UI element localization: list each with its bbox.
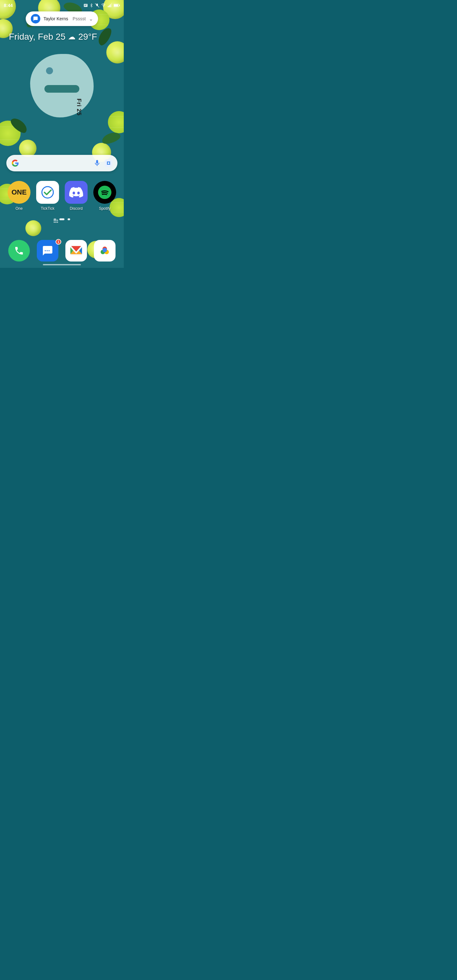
app-label-one: One xyxy=(16,206,23,211)
apps-list-icon xyxy=(54,220,58,223)
calendar-date-rotated: Fri 25 xyxy=(75,99,82,116)
decorative-lemon xyxy=(19,140,37,157)
dock-item-photos[interactable] xyxy=(92,240,118,261)
page-indicators xyxy=(54,218,70,220)
date-text: Friday, Feb 25 xyxy=(9,32,65,42)
time-display: 8:44 xyxy=(4,3,13,8)
svg-rect-9 xyxy=(114,5,118,6)
weather-icon: ☁ xyxy=(68,32,75,41)
gmail-dock-icon xyxy=(65,240,87,261)
ticktick-app-icon xyxy=(36,181,59,204)
notification-app-icon xyxy=(31,14,40,24)
notification-pill[interactable]: Taylor Kerns Psssst ⌄ xyxy=(26,11,98,26)
app-label-ticktick: TickTick xyxy=(41,206,54,211)
notification-expand-icon[interactable]: ⌄ xyxy=(89,16,93,22)
svg-rect-6 xyxy=(111,3,112,7)
page-indicator-home xyxy=(59,218,64,220)
svg-point-22 xyxy=(102,248,107,252)
temperature-text: 29°F xyxy=(78,32,97,42)
decorative-lime-slice xyxy=(108,111,124,133)
svg-point-11 xyxy=(42,187,53,198)
phone-dock-icon xyxy=(8,240,30,261)
gmail-logo xyxy=(69,244,83,258)
mute-icon xyxy=(95,3,99,8)
notification-preview: Psssst xyxy=(73,16,86,21)
app-item-spotify[interactable]: Spotify xyxy=(92,181,118,211)
nav-gesture-pill xyxy=(43,264,81,265)
discord-app-icon xyxy=(65,181,88,204)
calendar-bar xyxy=(45,85,80,93)
app-grid: ONE One TickTick Discord Spotify xyxy=(0,181,124,211)
svg-rect-13 xyxy=(54,220,55,221)
navigation-bar xyxy=(0,261,124,268)
app-label-spotify: Spotify xyxy=(99,206,111,211)
google-search-bar[interactable] xyxy=(6,155,118,171)
spotify-app-icon xyxy=(93,181,116,204)
status-icons xyxy=(83,3,120,8)
date-weather-widget: Friday, Feb 25 ☁ 29°F xyxy=(9,32,97,42)
battery-icon xyxy=(114,3,120,7)
photos-dock-icon xyxy=(94,240,116,261)
svg-rect-10 xyxy=(105,159,112,167)
page-indicator-apps xyxy=(54,218,56,220)
one-app-icon: ONE xyxy=(8,181,30,204)
wifi-icon xyxy=(101,3,106,8)
dock-item-messages[interactable]: 1 xyxy=(35,240,60,261)
dock-item-gmail[interactable] xyxy=(64,240,89,261)
spotify-logo xyxy=(97,185,112,200)
app-item-discord[interactable]: Discord xyxy=(64,181,89,211)
notification-sender: Taylor Kerns xyxy=(43,16,68,21)
svg-rect-18 xyxy=(57,221,58,223)
calendar-day: Fri xyxy=(75,99,82,107)
messages-icon xyxy=(33,16,38,21)
one-app-label-inner: ONE xyxy=(11,189,27,196)
svg-point-2 xyxy=(103,6,104,7)
decorative-lemon xyxy=(25,220,41,236)
svg-rect-14 xyxy=(55,220,56,221)
messages-app-icon xyxy=(42,245,53,256)
google-lens-icon[interactable] xyxy=(105,159,112,167)
svg-rect-4 xyxy=(109,5,110,7)
google-logo xyxy=(11,159,19,167)
messages-dock-icon xyxy=(37,240,58,261)
page-indicator-next xyxy=(68,218,70,220)
svg-rect-5 xyxy=(110,5,111,7)
discord-logo xyxy=(69,187,83,198)
signal-icon xyxy=(108,3,112,8)
calendar-decoration-dot xyxy=(46,67,53,74)
svg-rect-15 xyxy=(57,220,58,221)
bluetooth-icon xyxy=(89,3,93,8)
svg-rect-16 xyxy=(54,221,55,223)
voice-search-icon[interactable] xyxy=(93,159,101,167)
dock: 1 xyxy=(0,240,124,261)
app-item-one[interactable]: ONE One xyxy=(6,181,32,211)
google-photos-logo xyxy=(98,244,112,258)
decorative-lemon xyxy=(106,41,124,64)
app-item-ticktick[interactable]: TickTick xyxy=(35,181,60,211)
phone-icon xyxy=(14,246,24,256)
calendar-widget[interactable]: Fri 25 xyxy=(30,54,94,118)
calendar-date: 25 xyxy=(75,109,82,116)
svg-rect-17 xyxy=(55,221,56,223)
svg-rect-3 xyxy=(108,6,108,7)
app-label-discord: Discord xyxy=(70,206,83,211)
messages-badge: 1 xyxy=(56,239,61,245)
status-bar: 8:44 xyxy=(0,0,124,9)
dock-item-phone[interactable] xyxy=(6,240,32,261)
message-status-icon xyxy=(83,3,88,8)
ticktick-logo xyxy=(41,185,54,199)
svg-rect-8 xyxy=(119,5,119,6)
